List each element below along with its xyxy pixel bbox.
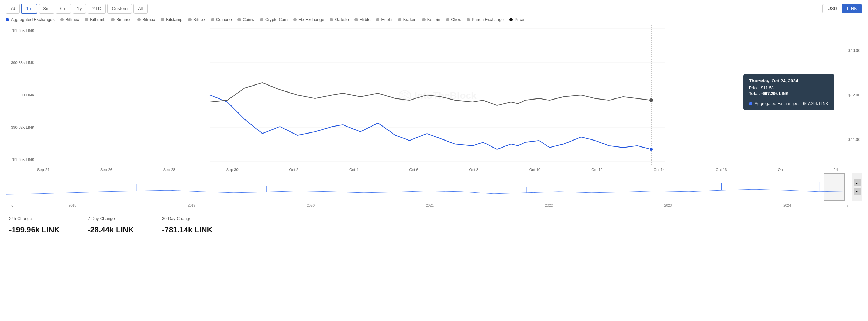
legend-label: Okex xyxy=(451,17,461,22)
legend-dot xyxy=(467,18,470,21)
legend-dot xyxy=(293,18,297,21)
legend-dot xyxy=(237,18,241,21)
legend-dot xyxy=(354,18,358,21)
x-label: Oct 14 xyxy=(654,168,665,172)
chart-area[interactable]: IntoTheBlock Thursday, Oct 24, 2024 Pric… xyxy=(37,25,838,166)
y-label-3: 0 LINK xyxy=(6,93,34,97)
legend-dot xyxy=(137,18,141,21)
mini-nav-row: ‹ 2018 2019 2020 2021 2022 2023 2024 › xyxy=(6,202,862,209)
x-label: Sep 24 xyxy=(37,168,49,172)
tooltip-total: Total: -667.29k LINK xyxy=(749,91,829,96)
x-label: Oct 2 xyxy=(289,168,298,172)
btn-6m[interactable]: 6m xyxy=(56,4,71,14)
y-right-label-3: $11.00 xyxy=(840,137,860,142)
tooltip-total-value: -667.29k LINK xyxy=(761,91,789,96)
legend-item-coinw[interactable]: Coinw xyxy=(237,17,254,22)
y-axis-right: $13.00 $12.00 $11.00 xyxy=(838,25,862,166)
btn-3m[interactable]: 3m xyxy=(39,4,54,14)
stat-24h: 24h Change -199.96k LINK xyxy=(9,216,60,234)
currency-toggle: USD LINK xyxy=(822,4,862,13)
legend-item-aggregated[interactable]: Aggregated Exchanges xyxy=(6,17,55,22)
y-axis-left: 781.65k LINK 390.83k LINK 0 LINK -390.82… xyxy=(6,25,37,166)
y-label-4: -390.82k LINK xyxy=(6,125,34,129)
legend: Aggregated Exchanges Bitfinex Bithumb Bi… xyxy=(6,17,862,22)
mini-x-label: 2024 xyxy=(783,204,791,207)
btn-usd[interactable]: USD xyxy=(823,4,842,13)
mini-chart-area[interactable]: ▲ ▼ xyxy=(6,173,862,201)
main-chart-svg xyxy=(37,25,838,165)
btn-custom[interactable]: Custom xyxy=(107,4,132,14)
legend-label: Bithumb xyxy=(90,17,105,22)
legend-item-coinone[interactable]: Coinone xyxy=(211,17,232,22)
legend-item-gateio[interactable]: Gate.Io xyxy=(330,17,349,22)
legend-label: Bitstamp xyxy=(166,17,182,22)
legend-item-bitfinex[interactable]: Bitfinex xyxy=(60,17,79,22)
legend-item-huobi[interactable]: Huobi xyxy=(376,17,392,22)
legend-item-hitbtc[interactable]: Hitbtc xyxy=(354,17,371,22)
legend-dot xyxy=(422,18,426,21)
tooltip-price-label: Price: xyxy=(749,86,760,90)
y-right-label-1: $13.00 xyxy=(840,48,860,53)
legend-label: Coinone xyxy=(216,17,232,22)
legend-label: Bittrex xyxy=(193,17,205,22)
scroll-down-btn[interactable]: ▼ xyxy=(854,188,861,195)
legend-item-bitstamp[interactable]: Bitstamp xyxy=(161,17,182,22)
legend-item-cryptocom[interactable]: Crypto.Com xyxy=(260,17,288,22)
stat-7d-value: -28.44k LINK xyxy=(88,225,134,234)
legend-item-binance[interactable]: Binance xyxy=(111,17,131,22)
mini-chart-scrollbar: ▲ ▼ xyxy=(852,173,862,201)
legend-label: Gate.Io xyxy=(335,17,349,22)
legend-item-bithumb[interactable]: Bithumb xyxy=(85,17,105,22)
stat-24h-value: -199.96k LINK xyxy=(9,225,60,234)
legend-label: Aggregated Exchanges xyxy=(11,17,55,22)
btn-1y[interactable]: 1y xyxy=(73,4,87,14)
legend-dot xyxy=(60,18,64,21)
scroll-up-btn[interactable]: ▲ xyxy=(854,179,861,186)
svg-point-7 xyxy=(649,98,653,102)
legend-label: Kraken xyxy=(403,17,416,22)
y-label-5: -781.65k LINK xyxy=(6,157,34,162)
main-container: 7d 1m 3m 6m 1y YTD Custom All USD LINK A… xyxy=(0,0,868,241)
mini-nav-right[interactable]: › xyxy=(847,203,848,208)
legend-label: Price xyxy=(515,17,524,22)
time-bar: 7d 1m 3m 6m 1y YTD Custom All USD LINK xyxy=(6,4,862,14)
stat-7d: 7-Day Change -28.44k LINK xyxy=(88,216,134,234)
mini-x-axis: 2018 2019 2020 2021 2022 2023 2024 xyxy=(13,204,847,207)
tooltip-exchange-value: -667.29k LINK xyxy=(801,101,828,106)
stat-24h-label: 24h Change xyxy=(9,216,60,223)
btn-ytd[interactable]: YTD xyxy=(88,4,106,14)
btn-7d[interactable]: 7d xyxy=(6,4,20,14)
x-axis: Sep 24 Sep 26 Sep 28 Sep 30 Oct 2 Oct 4 … xyxy=(6,166,862,173)
legend-item-bittrex[interactable]: Bittrex xyxy=(188,17,205,22)
legend-label: Ftx Exchange xyxy=(298,17,324,22)
legend-dot xyxy=(260,18,263,21)
legend-label: Binance xyxy=(116,17,131,22)
tooltip-price: Price: $11.58 xyxy=(749,86,829,90)
tooltip-divider xyxy=(749,99,829,99)
legend-label: Hitbtc xyxy=(360,17,371,22)
tooltip-total-label: Total: xyxy=(749,91,760,96)
btn-1m[interactable]: 1m xyxy=(21,4,37,14)
legend-dot xyxy=(161,18,164,21)
legend-dot xyxy=(111,18,115,21)
legend-item-okex[interactable]: Okex xyxy=(446,17,461,22)
mini-x-label: 2019 xyxy=(188,204,195,207)
x-label: Sep 28 xyxy=(163,168,175,172)
legend-item-kraken[interactable]: Kraken xyxy=(398,17,416,22)
legend-label: Bitfinex xyxy=(66,17,79,22)
legend-label: Kucoin xyxy=(427,17,440,22)
legend-item-panda[interactable]: Panda Exchange xyxy=(467,17,504,22)
stat-30d-value: -781.14k LINK xyxy=(162,225,212,234)
x-label: Oct 10 xyxy=(529,168,540,172)
legend-dot xyxy=(6,18,9,21)
legend-item-ftx[interactable]: Ftx Exchange xyxy=(293,17,324,22)
btn-link[interactable]: LINK xyxy=(842,4,862,13)
legend-item-kucoin[interactable]: Kucoin xyxy=(422,17,440,22)
legend-item-bitmax[interactable]: Bitmax xyxy=(137,17,156,22)
legend-dot xyxy=(330,18,333,21)
svg-point-8 xyxy=(649,148,653,151)
y-right-label-2: $12.00 xyxy=(840,93,860,97)
btn-all[interactable]: All xyxy=(133,4,147,14)
legend-item-price[interactable]: Price xyxy=(509,17,524,22)
tooltip-price-value: $11.58 xyxy=(761,86,774,90)
